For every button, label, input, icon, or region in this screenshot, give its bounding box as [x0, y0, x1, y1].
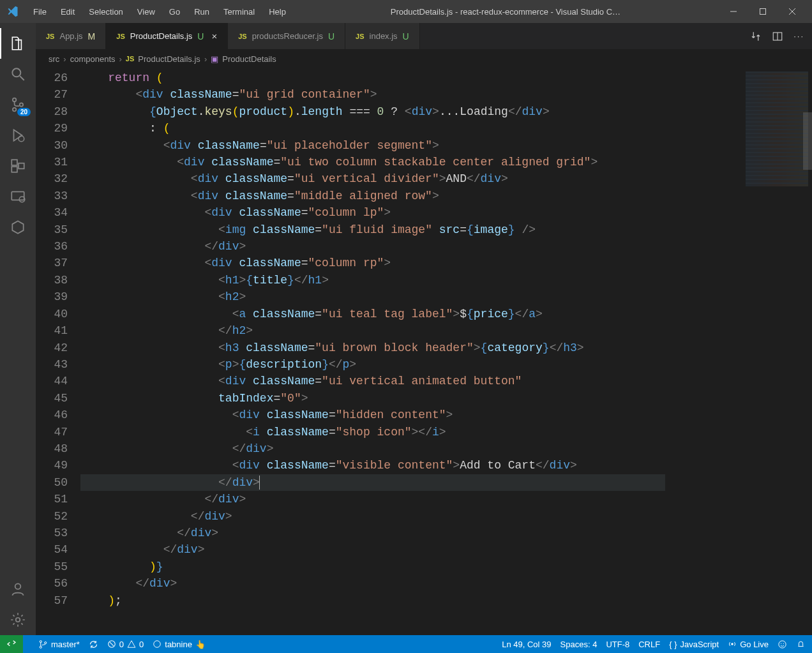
activity-extensions[interactable]	[0, 151, 36, 181]
chevron-right-icon: ›	[63, 54, 66, 64]
scm-badge: 20	[17, 108, 31, 116]
minimap-canvas	[746, 71, 808, 186]
activity-extra[interactable]	[0, 212, 36, 243]
status-sync[interactable]	[89, 640, 98, 649]
svg-point-20	[40, 646, 41, 648]
svg-point-26	[779, 640, 786, 647]
symbol-icon: ▣	[211, 54, 218, 64]
js-file-icon: JS	[126, 55, 134, 63]
breadcrumb-seg[interactable]: ProductDetails.js	[138, 54, 200, 64]
svg-rect-11	[11, 167, 17, 172]
activity-remote-explorer[interactable]	[0, 181, 36, 212]
breadcrumb-seg[interactable]: components	[70, 54, 116, 64]
window-title: ProductDetails.js - react-redux-ecommerc…	[292, 7, 719, 17]
activity-source-control[interactable]: 20	[0, 89, 36, 120]
svg-point-16	[16, 618, 20, 622]
svg-rect-10	[11, 160, 17, 165]
js-file-icon: JS	[46, 33, 54, 40]
menu-edit[interactable]: Edit	[54, 4, 81, 19]
svg-rect-13	[11, 191, 24, 200]
activity-accounts[interactable]	[0, 574, 36, 604]
svg-point-8	[20, 103, 23, 106]
status-eol[interactable]: CRLF	[638, 640, 660, 649]
indent-label: Spaces: 4	[560, 640, 598, 649]
editor-tabs: JS App.js M JS ProductDetails.js U × JS …	[36, 23, 812, 50]
cursor-pos: Ln 49, Col 39	[502, 640, 551, 649]
tab-productsreducer-js[interactable]: JS productsReducer.js U	[228, 23, 345, 49]
menu-run[interactable]: Run	[188, 4, 216, 19]
error-count: 0	[119, 640, 124, 649]
close-icon[interactable]: ×	[211, 31, 217, 41]
status-language[interactable]: { }JavaScript	[669, 640, 719, 649]
activity-settings[interactable]	[0, 604, 36, 635]
untracked-indicator: U	[328, 31, 335, 41]
minimize-button[interactable]	[719, 0, 748, 23]
menu-go[interactable]: Go	[163, 4, 186, 19]
menu-terminal[interactable]: Terminal	[217, 4, 261, 19]
chevron-right-icon: ›	[204, 54, 207, 64]
status-bar: master* 0 0 tabnine 👆 Ln 49, Col 39 Spac…	[0, 635, 812, 653]
svg-point-28	[783, 643, 784, 643]
close-button[interactable]	[778, 0, 807, 23]
svg-line-5	[20, 76, 24, 80]
minimap[interactable]	[742, 68, 812, 635]
tab-productdetails-js[interactable]: JS ProductDetails.js U ×	[106, 23, 228, 49]
svg-point-9	[19, 136, 24, 142]
svg-rect-12	[19, 163, 24, 169]
status-tabnine[interactable]: tabnine 👆	[153, 640, 206, 649]
activity-search[interactable]	[0, 59, 36, 89]
svg-point-15	[15, 583, 21, 589]
chevron-right-icon: ›	[119, 54, 122, 64]
modified-indicator: M	[88, 31, 96, 41]
status-feedback[interactable]	[778, 640, 787, 649]
js-file-icon: JS	[116, 33, 124, 40]
maximize-button[interactable]	[748, 0, 778, 23]
svg-point-27	[781, 643, 781, 643]
menu-view[interactable]: View	[131, 4, 162, 19]
tab-label: index.js	[370, 31, 398, 41]
svg-point-21	[45, 642, 47, 643]
status-cursor[interactable]: Ln 49, Col 39	[502, 640, 551, 649]
menu-help[interactable]: Help	[262, 4, 292, 19]
breadcrumb-seg[interactable]: src	[49, 54, 59, 64]
status-encoding[interactable]: UTF-8	[606, 640, 629, 649]
svg-rect-1	[760, 9, 766, 15]
golive-label: Go Live	[740, 640, 769, 649]
tab-app-js[interactable]: JS App.js M	[36, 23, 106, 49]
split-editor-icon[interactable]	[772, 31, 783, 42]
editor-body[interactable]: 26 27 28 29 30 31 32 33 34 35 36 37 38 3…	[36, 68, 812, 635]
status-problems[interactable]: 0 0	[107, 640, 144, 649]
remote-indicator[interactable]	[0, 635, 23, 653]
compare-changes-icon[interactable]	[750, 31, 762, 42]
svg-point-24	[154, 641, 161, 648]
editor-group: JS App.js M JS ProductDetails.js U × JS …	[36, 23, 812, 635]
menu-bar: File Edit Selection View Go Run Terminal…	[27, 4, 292, 19]
tab-index-js[interactable]: JS index.js U	[345, 23, 420, 49]
warning-count: 0	[139, 640, 144, 649]
tab-label: productsReducer.js	[252, 31, 323, 41]
activity-run-debug[interactable]	[0, 120, 36, 151]
status-branch[interactable]: master*	[38, 640, 80, 649]
code-content[interactable]: return ( <div className="ui grid contain…	[80, 68, 742, 635]
breadcrumb-seg[interactable]: ProductDetails	[222, 54, 276, 64]
svg-point-25	[731, 643, 733, 645]
lang-label: JavaScript	[680, 640, 719, 649]
activity-explorer[interactable]	[0, 28, 36, 59]
activity-bar: 20	[0, 23, 36, 635]
braces-icon: { }	[669, 640, 677, 649]
svg-point-7	[13, 108, 16, 111]
status-golive[interactable]: Go Live	[728, 640, 769, 649]
tab-label: ProductDetails.js	[130, 31, 193, 41]
hand-icon: 👆	[195, 640, 206, 649]
breadcrumb[interactable]: src › components › JS ProductDetails.js …	[36, 50, 812, 68]
status-notifications[interactable]	[796, 640, 806, 649]
js-file-icon: JS	[356, 33, 364, 40]
menu-selection[interactable]: Selection	[82, 4, 129, 19]
scrollbar-thumb[interactable]	[803, 112, 812, 170]
menu-file[interactable]: File	[27, 4, 53, 19]
status-indent[interactable]: Spaces: 4	[560, 640, 598, 649]
line-number-gutter: 26 27 28 29 30 31 32 33 34 35 36 37 38 3…	[36, 68, 80, 635]
more-actions-icon[interactable]: ···	[793, 31, 804, 41]
untracked-indicator: U	[403, 31, 409, 41]
svg-point-6	[13, 98, 16, 101]
